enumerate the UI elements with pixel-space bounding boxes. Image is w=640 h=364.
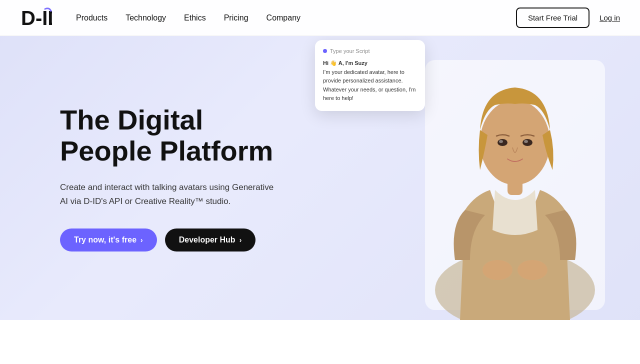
svg-point-8 xyxy=(524,140,528,143)
avatar-figure xyxy=(410,50,620,320)
nav-left: D-ID Products Technology Ethics Pricing … xyxy=(20,5,300,31)
svg-point-5 xyxy=(498,139,508,146)
svg-point-10 xyxy=(518,260,548,280)
nav-products[interactable]: Products xyxy=(76,14,108,22)
nav-links: Products Technology Ethics Pricing Compa… xyxy=(76,14,300,22)
script-card-body: Hi 👋 A, I'm Suzy I'm your dedicated avat… xyxy=(323,59,417,103)
avatar-svg xyxy=(410,50,620,320)
nav-technology[interactable]: Technology xyxy=(126,14,166,22)
try-now-label: Try now, it's free xyxy=(74,236,136,244)
nav-company[interactable]: Company xyxy=(266,14,300,22)
login-button[interactable]: Log in xyxy=(600,14,620,22)
nav-right: Start Free Trial Log in xyxy=(516,8,620,28)
script-card-title: Type your Script xyxy=(330,48,370,54)
hero-section: The Digital People Platform Create and i… xyxy=(0,0,640,320)
script-card-dot xyxy=(323,49,327,53)
arrow-right-icon: › xyxy=(140,236,143,244)
svg-point-9 xyxy=(482,260,512,280)
script-card: Type your Script Hi 👋 A, I'm Suzy I'm yo… xyxy=(315,40,425,111)
section-two-title: Share your story using Creative Reality™… xyxy=(20,360,620,364)
hero-description: Create and interact with talking avatars… xyxy=(60,180,280,208)
hero-visual: Type your Script Hi 👋 A, I'm Suzy I'm yo… xyxy=(300,0,640,320)
script-body-text: I'm your dedicated avatar, here to provi… xyxy=(323,69,416,102)
script-greeting: Hi 👋 A, I'm Suzy xyxy=(323,60,368,66)
start-free-trial-button[interactable]: Start Free Trial xyxy=(516,8,590,28)
svg-point-6 xyxy=(522,139,532,146)
hero-content: The Digital People Platform Create and i… xyxy=(0,74,280,281)
section-two: Share your story using Creative Reality™… xyxy=(0,320,640,364)
nav-pricing[interactable]: Pricing xyxy=(224,14,248,22)
hero-buttons: Try now, it's free › Developer Hub › xyxy=(60,228,280,252)
try-now-button[interactable]: Try now, it's free › xyxy=(60,228,157,252)
hero-title: The Digital People Platform xyxy=(60,104,280,166)
svg-point-4 xyxy=(480,100,550,185)
developer-hub-button[interactable]: Developer Hub › xyxy=(165,228,256,252)
logo[interactable]: D-ID xyxy=(20,5,52,31)
arrow-right-icon-2: › xyxy=(240,236,242,244)
nav-ethics[interactable]: Ethics xyxy=(184,14,206,22)
developer-hub-label: Developer Hub xyxy=(179,236,236,244)
navbar: D-ID Products Technology Ethics Pricing … xyxy=(0,0,640,36)
svg-text:D-ID: D-ID xyxy=(21,7,52,29)
script-card-header: Type your Script xyxy=(323,48,417,54)
svg-point-7 xyxy=(499,140,503,143)
